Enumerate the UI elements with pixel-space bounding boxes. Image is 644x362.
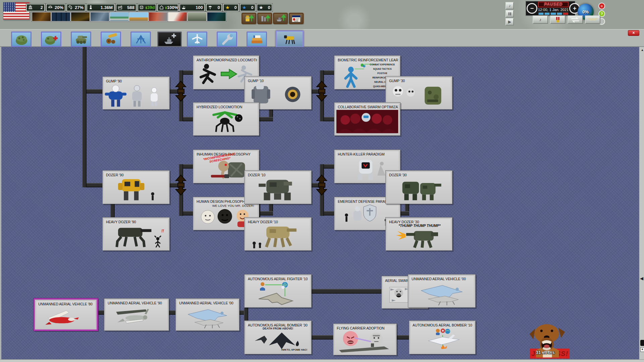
speed-minus-button[interactable]: − <box>527 3 537 14</box>
tech-node-heavy10[interactable]: HEAVY DOZER '10 <box>244 217 312 251</box>
tab-engineering[interactable] <box>217 32 237 47</box>
tech-node-bomber10[interactable]: AUTONOMOUS AERIAL BOMBER '10 <box>409 320 476 354</box>
resource-housing[interactable]: ▲▲100% <box>157 4 178 11</box>
construction-alert-button[interactable] <box>241 13 256 24</box>
error-dialog-alert-button[interactable] <box>289 13 304 24</box>
priority-arrows-widget[interactable] <box>175 80 187 102</box>
tech-node-uav00[interactable]: UNMANNED AERIAL VEHICLE '00 <box>175 298 239 331</box>
tab-support[interactable] <box>41 32 61 47</box>
tab-naval-yard[interactable] <box>130 32 151 47</box>
resource-treasury[interactable]: 2 <box>26 4 45 11</box>
tab-infantry[interactable] <box>11 32 32 47</box>
resource-tax-rate[interactable]: 20% <box>46 4 65 11</box>
priority-arrows-widget[interactable] <box>316 80 328 102</box>
growth-chevrons-icon: ▲▲ <box>165 6 167 9</box>
thumbnail-courtroom[interactable] <box>32 12 51 21</box>
thumbnail-mining[interactable] <box>71 12 90 21</box>
resource-population[interactable]: 1.36M <box>87 4 115 11</box>
tree-connector <box>87 89 102 94</box>
tech-node-collab[interactable]: COLLABORATIVE SWARM OPTIMIZATION <box>334 102 400 136</box>
tech-tree-panel[interactable]: ▲ ▼ ◀ JACKASS! 31 errors ANTHROPOMOR <box>0 47 644 359</box>
tech-node-gump90[interactable]: GUMP '90 <box>102 76 170 110</box>
resource-factories[interactable]: 588 <box>116 4 137 11</box>
menu-button[interactable]: ≡ <box>598 3 605 9</box>
military-command-button[interactable] <box>585 15 600 24</box>
resource-shipping[interactable]: 100 <box>179 4 205 11</box>
music-button[interactable]: ♪ <box>533 15 548 24</box>
thumbnail-factory-robots[interactable] <box>149 12 168 21</box>
industry-alert-button[interactable] <box>257 13 272 24</box>
tech-node-heavy90[interactable]: HEAVY DOZER '90!! <box>102 217 170 251</box>
media-button-stack: ♪ ▶ <box>505 2 514 25</box>
awards-button[interactable] <box>550 15 566 24</box>
tech-node-dozer30[interactable]: DOZER '30 <box>385 170 452 204</box>
tech-node-label: HUNTER-KILLER PARADIGM <box>338 152 398 156</box>
priority-arrows-widget[interactable] <box>175 174 187 196</box>
resource-strength[interactable]: 27% <box>66 4 86 11</box>
tech-node-image: UNMANNED AERIAL VEHICLE '00 <box>410 276 474 306</box>
tab-aircraft[interactable] <box>187 32 207 47</box>
tab-armor[interactable] <box>71 32 91 47</box>
tech-node-uav80[interactable]: UNMANNED AERIAL VEHICLE '80 <box>34 298 98 331</box>
uav80-art-icon <box>36 306 95 328</box>
tree-connector <box>324 117 334 121</box>
tech-node-carrier[interactable]: FLYING CARRIER ADOPTION <box>333 323 397 355</box>
panel-collapse-arrow-icon[interactable]: ◀ <box>640 276 644 282</box>
tech-node-dozer90[interactable]: DOZER '90 <box>102 170 170 204</box>
tech-node-image: HYBRIDIZED LOCOMOTION <box>195 104 258 134</box>
star-blue-icon: ★ <box>242 5 247 10</box>
globe-label: 0% <box>583 9 589 14</box>
ship-icon <box>181 5 186 10</box>
thumbnail-construction-crane[interactable] <box>129 12 148 21</box>
phone-icon <box>208 5 213 10</box>
music-small-button[interactable]: ♪ <box>505 2 514 9</box>
scroll-up-arrow-icon[interactable]: ▲ <box>640 48 644 52</box>
helmet-plus-icon <box>44 33 59 46</box>
tech-node-heavy30[interactable]: HEAVY DOZER '30*THUMP THUMP THUMP* <box>385 217 452 251</box>
tech-node-dozer10[interactable]: DOZER '10 <box>244 170 312 204</box>
resource-telephones[interactable]: 0 <box>206 4 222 11</box>
ribbon-icon <box>551 16 565 23</box>
tech-node-image: AUTONOMOUS AERIAL FIGHTER '10 <box>246 276 310 306</box>
resource-gold-stars[interactable]: ★0 <box>223 4 239 11</box>
play-small-button[interactable]: ▶ <box>505 18 514 25</box>
error-dialog-alert-icon <box>290 14 302 23</box>
shipping-alert-button[interactable] <box>273 13 288 24</box>
tech-node-hybrid[interactable]: HYBRIDIZED LOCOMOTION <box>193 102 259 136</box>
resource-research-time[interactable]: ▲▲39d <box>138 4 156 11</box>
thumbnail-soldiers[interactable] <box>187 12 207 21</box>
thumbnail-surveillance-room[interactable] <box>51 12 70 21</box>
vertical-scrollbar[interactable]: ▲ ▼ <box>639 47 644 359</box>
thumbnail-handshake[interactable] <box>90 12 109 21</box>
close-button[interactable]: × <box>628 30 639 36</box>
country-flag[interactable] <box>3 2 30 20</box>
tech-node-label: GUMP '90 <box>106 79 167 83</box>
tech-node-uav90[interactable]: UNMANNED AERIAL VEHICLE '90 <box>104 298 169 331</box>
wrench-icon <box>219 33 235 46</box>
tech-node-label: DOZER '10 <box>248 173 309 177</box>
trait-label: SQUAD TACTICS <box>368 67 397 71</box>
tab-robotics[interactable] <box>276 31 304 48</box>
tech-node-bomber30[interactable]: AUTONOMOUS AERIAL BOMBER '30DEATH FROM A… <box>244 320 312 354</box>
svg-text:★: ★ <box>226 5 230 10</box>
horizontal-scrollbar[interactable] <box>0 359 644 362</box>
thumbnail-stock-market[interactable] <box>207 12 226 21</box>
tech-node-uav00r[interactable]: UNMANNED AERIAL VEHICLE '00 <box>408 274 476 308</box>
tech-node-fighter10[interactable]: AUTONOMOUS AERIAL FIGHTER '10 <box>244 274 312 308</box>
up-down-arrows-icon <box>175 174 187 196</box>
ship-icon <box>181 5 186 10</box>
thumbnail-accounting[interactable] <box>168 12 187 21</box>
tree-connector <box>183 164 193 169</box>
thumbnail-cargo-ship[interactable] <box>110 12 129 21</box>
love-caption: WE LOVE YOU MR. DOZER! <box>212 204 254 207</box>
scrollbar-thumb[interactable] <box>640 340 644 346</box>
scroll-down-arrow-icon[interactable]: ▼ <box>640 347 644 352</box>
tab-artillery[interactable] <box>101 32 121 47</box>
resource-blue-stars[interactable]: ★0 <box>240 4 256 11</box>
priority-arrows-widget[interactable] <box>316 174 328 196</box>
pause-small-button[interactable] <box>505 10 514 17</box>
tab-ship-designer[interactable] <box>157 32 182 47</box>
transfer-button[interactable] <box>568 15 583 24</box>
resource-white-stars[interactable]: ★0 <box>257 4 272 11</box>
tab-supplies[interactable] <box>247 32 267 47</box>
